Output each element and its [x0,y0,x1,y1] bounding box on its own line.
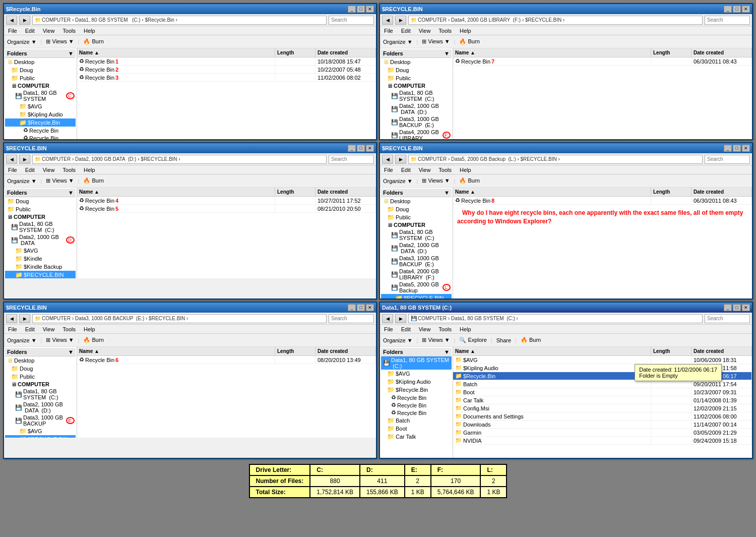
maximize-btn-6[interactable]: □ [733,304,741,311]
minimize-btn-1[interactable]: _ [348,6,356,13]
tree-data4-4[interactable]: 💾 Data4, 2000 GB LIBRARY (F:) [381,268,452,281]
col-name-5[interactable]: Name ▲ [77,347,275,355]
menu-file-3[interactable]: File [6,167,19,173]
close-btn-6[interactable]: ✕ [742,304,750,311]
search-2[interactable] [705,16,750,25]
views-btn-6[interactable]: ⊞ Views ▼ [422,337,450,343]
address-bar-2[interactable]: 📁 COMPUTER › Data4, 2000 GB LIBRARY (F:)… [408,16,703,25]
tree-data2-5[interactable]: 💾 Data2, 1000 GB DATA (D:) [5,401,76,414]
menu-tools-4[interactable]: Tools [436,167,454,173]
address-bar-5[interactable]: 📁 COMPUTER › Data3, 1000 GB BACKUP (E:) … [32,314,327,323]
col-name-4[interactable]: Name ▲ [453,188,651,196]
fwd-btn-5[interactable]: ▶ [19,314,30,323]
burn-btn-5[interactable]: 🔥 Burn [83,337,103,343]
fwd-btn-1[interactable]: ▶ [19,16,30,25]
fwd-btn-2[interactable]: ▶ [395,16,406,25]
views-btn-4[interactable]: ⊞ Views ▼ [422,177,450,184]
address-bar-4[interactable]: 📁 COMPUTER › Data5, 2000 GB Backup (L:) … [408,155,703,164]
tree-desktop-4[interactable]: 🖥 Desktop [381,197,452,205]
tree-data2-2[interactable]: 💾 Data2, 1000 GB DATA (D:) [381,102,452,115]
file-name-6-nvidia[interactable]: 📁 NVIDIA [453,437,651,444]
col-length-4[interactable]: Length [651,188,691,196]
file-name-6-batch[interactable]: 📁 Batch [453,380,651,388]
menu-view-2[interactable]: View [417,28,433,34]
fwd-btn-3[interactable]: ▶ [19,155,30,164]
tree-arrow-5[interactable]: ▼ [68,349,74,355]
menu-tools-1[interactable]: Tools [60,28,78,34]
file-name-5-1[interactable]: ♻ Recycle Bin 6 [77,356,275,364]
search-5[interactable] [329,314,374,323]
tree-avg-1[interactable]: 📁 $AVG [5,102,76,110]
menu-file-1[interactable]: File [6,28,19,34]
tree-data3-5[interactable]: 💾 Data3, 1000 GB BACKUP E: [5,414,76,427]
menu-help-6[interactable]: Help [458,326,473,332]
menu-view-4[interactable]: View [417,167,433,173]
search-1[interactable] [329,16,374,25]
search-4[interactable] [705,155,750,164]
tree-doug-4[interactable]: 📁 Doug [381,205,452,213]
tree-doug-2[interactable]: 📁 Doug [381,66,452,74]
tree-arrow-4[interactable]: ▼ [444,190,450,196]
file-name-2-1[interactable]: ♻ Recycle Bin 7 [453,57,651,65]
menu-tools-2[interactable]: Tools [436,28,454,34]
menu-view-5[interactable]: View [41,326,57,332]
tree-data1-sel-6[interactable]: 💾 Data1, 80 GB SYSTEM (C:) [381,356,452,370]
tree-arrow-1[interactable]: ▼ [68,50,74,56]
col-length-5[interactable]: Length [275,347,316,355]
tree-computer-2[interactable]: 🖥 COMPUTER [381,82,452,89]
maximize-btn-1[interactable]: □ [357,6,365,13]
menu-help-1[interactable]: Help [82,28,97,34]
tree-public-4[interactable]: 📁 Public [381,213,452,221]
tree-kipling-6[interactable]: 📁 $Kipling Audio [381,378,452,386]
tree-doug-5[interactable]: 📁 Doug [5,365,76,373]
tree-computer-5[interactable]: 🖥 COMPUTER [5,381,76,388]
tree-recycle-sel-5[interactable]: 📁 $RECYCLE.BIN [5,435,76,438]
file-name-3-2[interactable]: ♻ Recycle Bin 5 [77,205,275,212]
menu-help-2[interactable]: Help [458,28,473,34]
close-btn-1[interactable]: ✕ [366,6,374,13]
tree-computer-4[interactable]: 🖥 COMPUTER [381,221,452,228]
search-3[interactable] [329,155,374,164]
minimize-btn-6[interactable]: _ [724,304,732,311]
file-name-1-2[interactable]: ♻ Recycle Bin 2 [77,66,275,73]
tree-recycle-sel-3[interactable]: 📁 $RECYCLE.BIN [5,271,76,278]
views-btn-3[interactable]: ⊞ Views ▼ [46,177,74,184]
file-name-6-kipling[interactable]: 📁 $Kipling Audio [453,364,651,372]
views-btn-2[interactable]: ⊞ Views ▼ [422,38,450,45]
back-btn-3[interactable]: ◀ [6,155,17,164]
tree-recycle-6[interactable]: 📁 $Recycle.Bin [381,386,452,394]
tree-public-5[interactable]: 📁 Public [5,373,76,381]
file-name-1-3[interactable]: ♻ Recycle Bin 3 [77,74,275,81]
fwd-btn-4[interactable]: ▶ [395,155,406,164]
tree-avg-6[interactable]: 📁 $AVG [381,370,452,378]
tree-data2-3[interactable]: 💾 Data2, 1000 GB DATA D: [5,233,76,247]
back-btn-1[interactable]: ◀ [6,16,17,25]
col-date-3[interactable]: Date created [316,188,376,196]
tree-data2-4[interactable]: 💾 Data2, 1000 GB DATA (D:) [381,242,452,255]
tree-batch-6[interactable]: 📁 Batch [381,416,452,425]
file-name-6-cartalk[interactable]: 📁 Car Talk [453,396,651,404]
tree-data3-2[interactable]: 💾 Data3, 1000 GB BACKUP (E:) [381,115,452,129]
tree-data1-1[interactable]: 💾 Data1, 80 GB SYSTEM C: [5,89,76,102]
tree-recycle-sel-1[interactable]: 📁 $Recycle.Bin [5,118,76,127]
file-name-6-docs[interactable]: 📁 Documents and Settings [453,412,651,420]
maximize-btn-2[interactable]: □ [733,6,741,13]
col-length-6[interactable]: Length [651,347,691,355]
col-name-1[interactable]: Name ▲ [77,48,275,57]
burn-btn-1[interactable]: 🔥 Burn [83,38,103,45]
tree-cartalk-6[interactable]: 📁 Car Talk [381,433,452,441]
file-name-4-1[interactable]: ♻ Recycle Bin 8 [453,197,651,204]
organize-btn-4[interactable]: Organize ▼ [383,178,413,184]
back-btn-2[interactable]: ◀ [382,16,393,25]
tree-kindlebackup-3[interactable]: 📁 $Kindle Backup [5,263,76,271]
minimize-btn-3[interactable]: _ [348,145,356,152]
menu-edit-3[interactable]: Edit [23,167,37,173]
tree-desktop-2[interactable]: 🖥 Desktop [381,58,452,66]
menu-edit-2[interactable]: Edit [399,28,413,34]
close-btn-4[interactable]: ✕ [742,145,750,152]
tree-data1-2[interactable]: 💾 Data1, 80 GB SYSTEM (C:) [381,89,452,102]
tree-arrow-2[interactable]: ▼ [444,50,450,56]
tree-data5-4[interactable]: 💾 Data5, 2000 GB Backup L: [381,281,452,294]
col-name-3[interactable]: Name ▲ [77,188,275,196]
file-name-6-downloads[interactable]: 📁 Downloads [453,421,651,428]
